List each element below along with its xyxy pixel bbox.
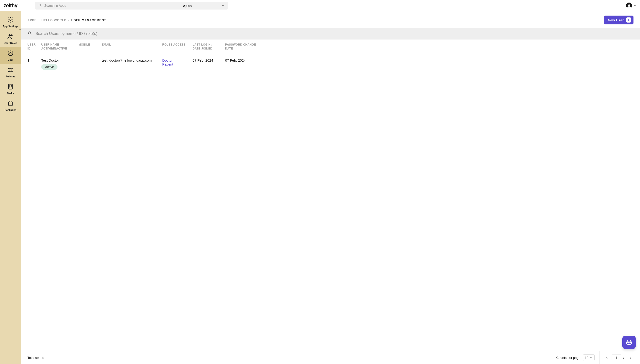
svg-point-9 [9,71,10,72]
avatar-icon [626,2,632,8]
user-role-icon [7,33,14,40]
sidebar-item-user[interactable]: User [0,47,21,64]
total-count-value: 1 [45,356,47,360]
cell-roles: Doctor Patient [159,54,190,74]
global-search-box[interactable] [35,2,179,10]
breadcrumb-sep: / [68,18,70,22]
total-count-label: Total count: [28,356,44,360]
cell-email: test_doctor@helloworldapp.com [99,54,159,74]
topbar: zelthy Apps [0,0,640,12]
role-link[interactable]: Doctor [162,58,187,62]
svg-line-1 [41,6,41,6]
svg-point-4 [12,35,13,36]
col-pwd-change: PASSWORD CHANGE DATE [222,40,260,54]
sidebar: App Settings User Roles User Policies [0,12,21,364]
sidebar-item-label: Packages [5,108,17,111]
search-scope-label: Apps [183,4,192,8]
col-mobile: MOBILE [76,40,99,54]
sidebar-item-user-roles[interactable]: User Roles [0,30,21,47]
svg-point-0 [39,4,41,6]
svg-point-8 [12,68,13,69]
gear-icon [7,16,14,24]
breadcrumb-part[interactable]: APPS [28,18,37,22]
new-user-label: New User [608,18,624,22]
sidebar-item-label: App Settings [3,25,18,28]
svg-point-15 [628,342,628,343]
sidebar-item-policies[interactable]: Policies [0,64,21,81]
svg-point-5 [10,52,12,54]
sidebar-item-app-settings[interactable]: App Settings [0,14,21,30]
breadcrumb: APPS / HELLO WORLD / USER MANAGEMENT [28,18,106,22]
sidebar-item-label: Tasks [7,92,14,94]
svg-point-2 [10,19,12,21]
per-page-label: Counts per page [556,356,580,360]
plus-icon: ＋ [626,18,631,22]
col-user-id: USER ID [21,40,38,54]
user-gear-icon [7,50,14,57]
cell-user-id: 1 [21,54,38,74]
search-scope-dropdown[interactable]: Apps [179,2,228,10]
svg-point-10 [12,71,13,72]
col-user-name: USER NAME ACTIVE/INACTIVE [38,40,76,54]
svg-point-12 [28,32,31,34]
brand-logo[interactable]: zelthy [0,2,21,8]
main: APPS / HELLO WORLD / USER MANAGEMENT New… [21,12,640,364]
cell-pwd-change: 07 Feb, 2024 [222,54,260,74]
sidebar-item-label: User Roles [4,42,17,44]
per-page-value: 10 [585,356,589,360]
per-page: Counts per page 10 [556,354,595,361]
packages-icon [7,100,14,107]
tasks-icon [7,84,14,90]
svg-point-7 [9,68,10,69]
users-table-wrap: USER ID USER NAME ACTIVE/INACTIVE MOBILE… [21,40,640,351]
user-search-input[interactable] [35,32,633,36]
prev-page-button[interactable] [604,355,610,360]
cell-user-name: Test Doctor Active [38,54,76,74]
table-footer: Total count: 1 Counts per page 10 /1 [21,351,640,364]
sidebar-item-label: User [8,58,13,61]
search-icon [28,31,32,36]
page-header: APPS / HELLO WORLD / USER MANAGEMENT New… [21,12,640,28]
policies-icon [7,67,14,74]
sidebar-item-label: Policies [6,75,15,78]
cell-last-login: 07 Feb, 2024 [190,54,222,74]
bot-icon [625,338,633,347]
per-page-select[interactable]: 10 [583,354,595,361]
profile-menu[interactable] [625,2,637,10]
next-page-button[interactable] [628,355,633,360]
svg-rect-14 [626,341,632,344]
svg-point-16 [630,342,630,343]
user-searchbar [21,28,640,40]
col-email: EMAIL [99,40,159,54]
global-search: Apps [35,2,228,10]
page-total: /1 [623,356,626,360]
total-count: Total count: 1 [28,356,47,360]
page-input[interactable] [612,354,621,361]
svg-line-13 [31,34,32,35]
breadcrumb-part[interactable]: HELLO WORLD [42,18,67,22]
submenu-indicator-icon [19,28,21,30]
svg-point-3 [9,34,11,36]
user-name: Test Doctor [41,58,73,62]
assistant-button[interactable] [622,336,636,349]
pager: /1 [599,351,633,364]
breadcrumb-current: USER MANAGEMENT [71,18,106,22]
col-roles: ROLES ACCESS [159,40,190,54]
chevron-down-icon [590,356,592,359]
col-last-login: LAST LOGIN / DATE JOINED [190,40,222,54]
chevron-down-icon [222,4,224,7]
status-badge: Active [41,64,58,70]
users-table: USER ID USER NAME ACTIVE/INACTIVE MOBILE… [21,40,640,74]
global-search-input[interactable] [44,4,176,8]
chevron-down-icon [633,4,636,7]
sidebar-item-tasks[interactable]: Tasks [0,81,21,98]
sidebar-item-packages[interactable]: Packages [0,98,21,114]
new-user-button[interactable]: New User ＋ [604,16,633,24]
role-link[interactable]: Patient [162,62,187,66]
table-row[interactable]: 1 Test Doctor Active test_doctor@hellowo… [21,54,640,74]
search-icon [38,4,42,8]
cell-mobile [76,54,99,74]
breadcrumb-sep: / [38,18,40,22]
